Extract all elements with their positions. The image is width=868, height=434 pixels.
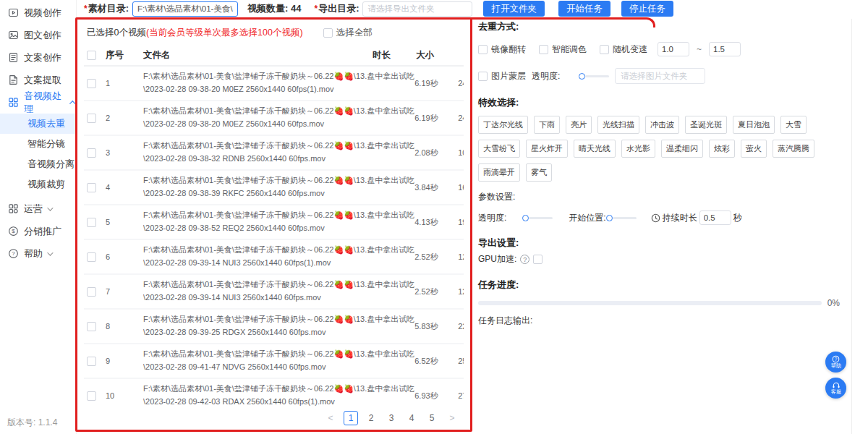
speed-max-input[interactable] [709, 42, 741, 56]
effect-button[interactable]: 夏日泡泡 [733, 116, 775, 134]
slider-handle[interactable] [606, 215, 613, 221]
slider-handle[interactable] [522, 215, 529, 221]
gpu-help-icon[interactable]: ? [520, 255, 529, 264]
sidebar-item-copywriting[interactable]: 文案创作 [0, 46, 76, 69]
duration-control: 持续时长 秒 [651, 210, 742, 225]
row-checkbox[interactable] [87, 322, 96, 331]
effect-button[interactable]: 亮片 [566, 116, 592, 134]
sidebar-subitem-label: 视频裁剪 [27, 178, 65, 191]
row-duration: 3.84秒 [414, 182, 458, 193]
select-all-checkbox[interactable] [323, 28, 333, 38]
smart-color-checkbox[interactable] [539, 45, 548, 54]
effect-button[interactable]: 圣诞光斑 [685, 116, 727, 134]
version-label: 版本号: 1.1.4 [7, 417, 57, 429]
row-duration: 6.52秒 [414, 356, 458, 367]
gpu-checkbox[interactable] [533, 255, 542, 264]
row-checkbox[interactable] [87, 287, 96, 297]
effect-button[interactable]: 丁达尔光线 [478, 116, 528, 134]
sidebar-item-distribution[interactable]: $ 分销推广 [0, 220, 76, 242]
sidebar-item-av-processing[interactable]: 音视频处理 [0, 91, 76, 114]
row-duration: 6.19秒 [414, 78, 458, 89]
sidebar-item-help[interactable]: ? 帮助 [0, 242, 76, 265]
row-checkbox[interactable] [87, 148, 96, 158]
sidebar-item-image-text[interactable]: 图文创作 [0, 24, 76, 46]
sidebar-item-video-create[interactable]: 视频创作 [0, 1, 76, 24]
effect-button[interactable]: 光线扫描 [597, 116, 639, 134]
row-checkbox[interactable] [87, 183, 96, 192]
sidebar-item-text-extract[interactable]: 文案提取 [0, 69, 76, 91]
page-button-5[interactable]: 5 [425, 411, 439, 425]
export-dir-label: *导出目录: [314, 2, 359, 15]
header-checkbox[interactable] [87, 51, 96, 60]
row-duration: 2.52秒 [414, 286, 458, 297]
page-button-4[interactable]: 4 [404, 411, 419, 425]
effect-button[interactable]: 雾气 [526, 163, 552, 182]
slider-track [529, 217, 553, 219]
row-checkbox[interactable] [87, 391, 96, 401]
help-float-button[interactable]: ? 帮助 [825, 352, 846, 373]
start-task-button[interactable]: 开始任务 [558, 1, 610, 17]
page-button-3[interactable]: 3 [384, 411, 399, 425]
param-start-slider [606, 215, 637, 221]
param-opacity-slider [522, 215, 553, 221]
stop-task-button[interactable]: 停止任务 [621, 1, 673, 17]
effect-button[interactable]: 水光影 [621, 140, 655, 158]
row-checkbox[interactable] [87, 79, 96, 88]
effect-button[interactable]: 大雪纷飞 [478, 140, 520, 158]
effect-button[interactable]: 炫彩 [709, 140, 735, 158]
effect-button[interactable]: 温柔细闪 [661, 140, 703, 158]
slider-track [613, 217, 637, 219]
sidebar-subitem-smart-storyboard[interactable]: 智能分镜 [0, 134, 76, 154]
row-size: 19.04M [458, 218, 464, 226]
col-filename: 文件名 [143, 49, 373, 61]
chevron-down-icon [47, 205, 53, 210]
clock-icon [651, 213, 660, 223]
row-index: 9 [106, 357, 143, 365]
speed-min-input[interactable] [658, 42, 689, 56]
open-folder-button[interactable]: 打开文件夹 [483, 1, 545, 17]
effect-button[interactable]: 萤火 [741, 140, 767, 158]
customer-service-float-button[interactable]: 客服 [825, 378, 846, 399]
effect-button[interactable]: 蒸汽腾腾 [773, 140, 814, 158]
row-filename: F:\素材\选品素材\01-美食\盐津铺子冻干酸奶块～06.22🍓🍓\13.盘中… [143, 70, 414, 95]
row-duration: 5.83秒 [414, 321, 458, 332]
sidebar-item-operations[interactable]: 运营 [0, 197, 76, 220]
prev-page-button[interactable]: < [323, 411, 338, 425]
page-button-1[interactable]: 1 [344, 411, 358, 425]
slider-track [585, 75, 609, 77]
effect-button[interactable]: 冲击波 [645, 116, 679, 134]
material-dir-input[interactable] [132, 1, 238, 17]
mirror-flip-checkbox[interactable] [478, 45, 488, 54]
row-size: 24.08M [458, 79, 464, 88]
effect-button[interactable]: 星火炸开 [526, 140, 568, 158]
page-button-2[interactable]: 2 [364, 411, 378, 425]
video-count-label: 视频数量: 44 [247, 2, 301, 15]
mask-folder-input[interactable] [615, 68, 705, 84]
effect-button[interactable]: 大雪 [780, 116, 807, 134]
sidebar-subitem-av-separation[interactable]: 音视频分离 [0, 154, 76, 174]
random-speed-option: 随机变速 [600, 43, 647, 56]
next-page-button[interactable]: > [445, 411, 459, 425]
export-dir-input[interactable] [362, 1, 472, 17]
row-checkbox[interactable] [87, 218, 96, 227]
sidebar-item-label: 图文创作 [24, 29, 61, 42]
effect-button[interactable]: 下雨 [534, 116, 560, 134]
slider-handle[interactable] [579, 73, 585, 80]
effect-button[interactable]: 晴天光线 [574, 140, 616, 158]
table-row: 10 F:\素材\选品素材\01-美食\盐津铺子冻干酸奶块～06.22🍓🍓\13… [84, 379, 464, 408]
duration-input[interactable] [699, 210, 731, 225]
sidebar-subitem-video-crop[interactable]: 视频裁剪 [0, 174, 76, 195]
row-index: 6 [106, 252, 143, 261]
row-checkbox[interactable] [87, 252, 96, 262]
table-row: 5 F:\素材\选品素材\01-美食\盐津铺子冻干酸奶块～06.22🍓🍓\13.… [84, 205, 464, 240]
random-speed-checkbox[interactable] [600, 45, 609, 54]
smart-color-option: 智能调色 [539, 43, 587, 56]
row-filename: F:\素材\选品素材\01-美食\盐津铺子冻干酸奶块～06.22🍓🍓\13.盘中… [143, 383, 414, 408]
row-checkbox[interactable] [87, 357, 96, 366]
sidebar-subitem-video-dedup[interactable]: 视频去重 [0, 114, 76, 134]
topbar: *素材目录: 视频数量: 44 *导出目录: 打开文件夹 开始任务 停止任务 [77, 0, 868, 17]
row-checkbox[interactable] [87, 114, 96, 123]
effect-button[interactable]: 雨滴晕开 [478, 163, 520, 182]
image-mask-checkbox[interactable] [478, 72, 488, 81]
row-filename: F:\素材\选品素材\01-美食\盐津铺子冻干酸奶块～06.22🍓🍓\13.盘中… [143, 244, 414, 269]
